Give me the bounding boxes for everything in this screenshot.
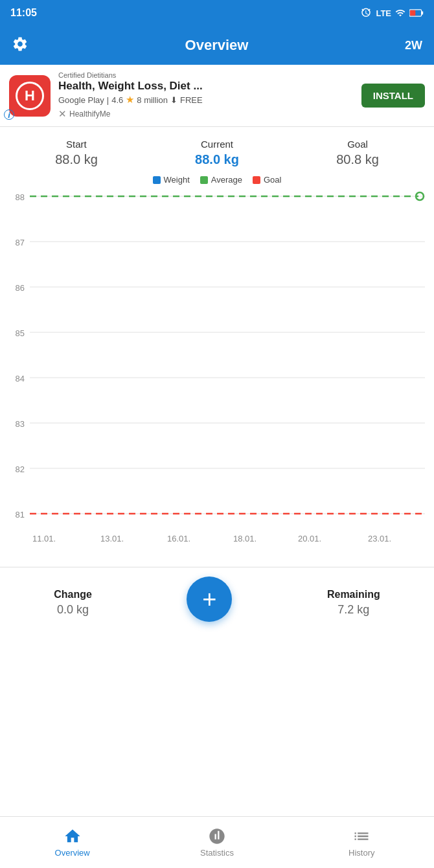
average-legend-label: Average xyxy=(211,175,242,185)
legend-weight: Weight xyxy=(153,175,190,185)
ad-star-icon: ★ xyxy=(126,94,134,106)
bottom-nav: Overview Statistics History xyxy=(0,816,434,868)
bottom-summary: Change 0.0 kg + Remaining 7.2 kg xyxy=(0,567,434,635)
current-value: 88.0 kg xyxy=(195,152,239,167)
ad-meta: Google Play | 4.6 ★ 8 million ⬇ FREE xyxy=(58,94,354,106)
goal-value: 80.8 kg xyxy=(336,152,379,167)
status-bar: 11:05 LTE xyxy=(0,0,434,26)
home-icon xyxy=(63,827,82,845)
stats-row: Start 88.0 kg Current 88.0 kg Goal 80.8 … xyxy=(0,127,434,171)
svg-text:20.01.: 20.01. xyxy=(298,534,321,543)
change-summary: Change 0.0 kg xyxy=(54,589,92,617)
svg-text:82: 82 xyxy=(16,464,25,474)
ad-download-icon: ⬇ xyxy=(170,95,177,105)
svg-text:23.01.: 23.01. xyxy=(368,534,391,543)
start-stat: Start 88.0 kg xyxy=(55,139,98,167)
start-label: Start xyxy=(55,139,98,150)
svg-text:85: 85 xyxy=(16,328,25,338)
ad-price: FREE xyxy=(180,95,203,105)
svg-text:84: 84 xyxy=(16,374,25,383)
remaining-label: Remaining xyxy=(327,589,380,600)
change-label: Change xyxy=(54,589,92,600)
weight-legend-label: Weight xyxy=(164,175,190,185)
ad-app-icon: H xyxy=(9,75,51,117)
goal-stat: Goal 80.8 kg xyxy=(336,139,379,167)
remaining-summary: Remaining 7.2 kg xyxy=(327,589,380,617)
battery-icon xyxy=(409,8,424,17)
weight-chart[interactable]: 88 87 86 85 84 83 82 81 11.01. 13.01. 16… xyxy=(0,188,434,567)
ad-content: Certified Dietitians Health, Weight Loss… xyxy=(58,71,354,120)
lte-label: LTE xyxy=(376,8,391,18)
ad-info-icon[interactable]: i xyxy=(4,109,14,120)
overview-nav-label: Overview xyxy=(55,848,90,858)
svg-text:13.01.: 13.01. xyxy=(100,534,124,543)
svg-text:16.01.: 16.01. xyxy=(167,534,190,543)
alarm-icon xyxy=(360,7,372,19)
period-selector[interactable]: 2W xyxy=(405,39,422,52)
svg-rect-1 xyxy=(410,10,415,16)
svg-text:83: 83 xyxy=(16,419,25,429)
ad-rating: 4.6 xyxy=(111,95,123,105)
toolbar-title: Overview xyxy=(29,37,405,54)
nav-overview[interactable]: Overview xyxy=(0,817,144,868)
ad-subtitle: Certified Dietitians xyxy=(58,71,354,79)
chart-legend: Weight Average Goal xyxy=(0,171,434,187)
weight-dot xyxy=(153,176,161,184)
statistics-icon xyxy=(208,827,226,845)
average-dot xyxy=(200,176,208,184)
nav-statistics[interactable]: Statistics xyxy=(144,817,289,868)
ad-close-icon[interactable]: ✕ xyxy=(58,108,67,120)
legend-goal: Goal xyxy=(253,175,281,185)
change-value: 0.0 kg xyxy=(54,603,92,617)
chart-svg: 88 87 86 85 84 83 82 81 11.01. 13.01. 16… xyxy=(5,188,429,564)
current-stat: Current 88.0 kg xyxy=(195,139,239,167)
ad-downloads: 8 million xyxy=(137,95,168,105)
history-nav-label: History xyxy=(348,848,374,858)
status-time: 11:05 xyxy=(10,7,37,19)
ad-store: Google Play xyxy=(58,95,104,105)
ad-install-button[interactable]: INSTALL xyxy=(361,84,425,108)
goal-dot xyxy=(253,176,260,184)
goal-legend-label: Goal xyxy=(264,175,281,185)
svg-rect-2 xyxy=(422,11,424,14)
toolbar: Overview 2W xyxy=(0,26,434,65)
ad-banner: H Certified Dietitians Health, Weight Lo… xyxy=(0,65,434,127)
signal-icon xyxy=(395,8,405,18)
add-icon: + xyxy=(202,587,216,611)
ad-bottom-row: i ✕ HealthifyMe xyxy=(58,108,354,120)
status-icons: LTE xyxy=(360,7,424,19)
svg-text:88: 88 xyxy=(16,192,25,202)
goal-label: Goal xyxy=(336,139,379,150)
svg-text:18.01.: 18.01. xyxy=(233,534,257,543)
ad-app-label: HealthifyMe xyxy=(69,109,110,119)
ad-title: Health, Weight Loss, Diet ... xyxy=(58,80,354,93)
remaining-value: 7.2 kg xyxy=(327,603,380,617)
add-weight-button[interactable]: + xyxy=(187,577,232,622)
svg-text:87: 87 xyxy=(16,238,25,247)
svg-text:11.01.: 11.01. xyxy=(32,534,56,543)
legend-average: Average xyxy=(200,175,242,185)
svg-text:81: 81 xyxy=(16,510,25,520)
statistics-nav-label: Statistics xyxy=(200,848,234,858)
settings-icon[interactable] xyxy=(12,36,29,55)
current-label: Current xyxy=(195,139,239,150)
history-icon xyxy=(352,827,371,845)
start-value: 88.0 kg xyxy=(55,152,98,167)
nav-history[interactable]: History xyxy=(290,817,434,868)
svg-text:86: 86 xyxy=(16,283,25,293)
